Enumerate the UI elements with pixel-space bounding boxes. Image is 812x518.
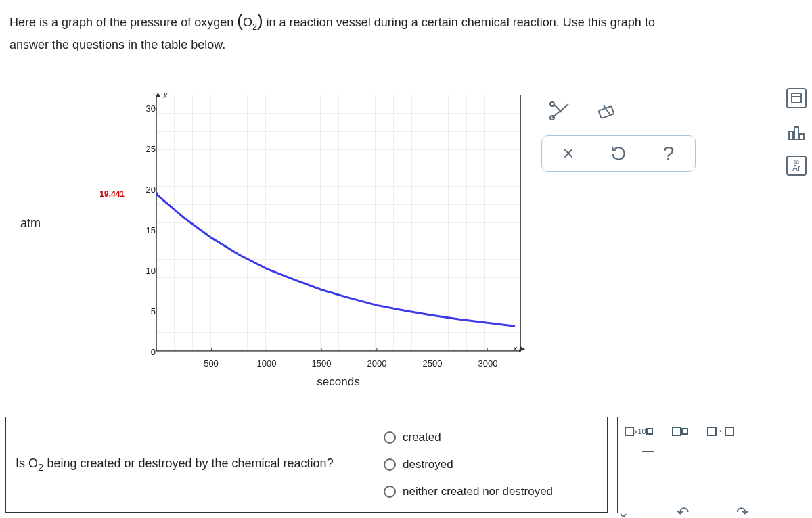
palette-nav: ⌄ ↶ ↷ [617, 504, 748, 518]
radio-icon[interactable] [384, 458, 396, 471]
close-button[interactable]: × [545, 139, 592, 168]
y-tick: 0 [129, 347, 156, 357]
prompt-text: answer the questions in the table below. [9, 38, 225, 51]
o2-formula: O2 [28, 456, 43, 470]
y-tick: 5 [129, 306, 156, 316]
palette-superscript[interactable] [672, 427, 688, 437]
svg-rect-15 [792, 93, 801, 103]
palette-down-icon[interactable]: ⌄ [617, 504, 629, 518]
flask-icon[interactable] [786, 122, 807, 142]
palette-undo-icon[interactable]: ↶ [677, 504, 689, 518]
y-axis-label: atm [20, 216, 41, 231]
y-tick: 20 [129, 185, 156, 195]
action-toolbar: × ? [541, 135, 696, 172]
x-tick: 3000 [478, 358, 498, 369]
prompt-text: Here is a graph of the pressure of oxyge… [9, 16, 237, 29]
svg-rect-13 [599, 106, 614, 118]
cut-tool-icon[interactable] [541, 95, 579, 127]
side-panel: 18Ar [786, 88, 807, 176]
radio-icon[interactable] [384, 486, 396, 498]
y-tick: 15 [129, 225, 156, 235]
chart: atm 0 5 10 15 20 25 30 19.441 ▲ y x ▶ [81, 81, 528, 406]
y-tick: 30 [129, 103, 156, 114]
y-tick: 25 [129, 144, 156, 154]
option-label: destroyed [403, 458, 453, 471]
option-created[interactable]: created [384, 431, 595, 444]
reset-icon [610, 145, 627, 162]
palette-dot[interactable]: · [707, 425, 734, 438]
periodic-table-icon[interactable]: 18Ar [786, 156, 807, 176]
calculator-icon[interactable] [786, 88, 807, 108]
graph-toolbar [541, 95, 625, 127]
palette-fraction[interactable] [642, 450, 654, 454]
palette-redo-icon[interactable]: ↷ [736, 504, 748, 518]
formula-palette: x10 · [617, 417, 807, 513]
plot-area[interactable]: ▲ y x ▶ [156, 95, 521, 352]
x-tick: 2500 [423, 358, 443, 369]
o2-formula: (O2) [237, 16, 263, 29]
x-tick: 1000 [257, 358, 277, 369]
radio-icon[interactable] [384, 431, 396, 444]
x-axis-label: seconds [156, 375, 521, 389]
y-tick: 10 [129, 266, 156, 276]
option-destroyed[interactable]: destroyed [384, 458, 595, 471]
answer-table: Is O2 being created or destroyed by the … [5, 417, 608, 513]
data-curve [156, 95, 520, 351]
question-prompt: Here is a graph of the pressure of oxyge… [0, 0, 812, 54]
prompt-text: in a reaction vessel during a certain ch… [267, 16, 655, 29]
svg-rect-21 [800, 134, 804, 139]
options-cell: created destroyed neither created nor de… [371, 417, 607, 512]
option-label: created [403, 431, 441, 444]
x-tick: 1500 [312, 358, 332, 369]
x-tick: 2000 [367, 358, 387, 369]
option-label: neither created nor destroyed [403, 485, 553, 498]
svg-rect-20 [794, 127, 798, 139]
question-cell: Is O2 being created or destroyed by the … [6, 417, 371, 512]
eraser-tool-icon[interactable] [587, 95, 625, 127]
reset-button[interactable] [595, 139, 642, 168]
close-icon: × [563, 143, 574, 164]
svg-point-12 [550, 102, 554, 106]
palette-sci-notation[interactable]: x10 [625, 427, 653, 437]
svg-rect-19 [789, 131, 793, 139]
y-marker-label: 19.441 [99, 189, 125, 199]
x-tick: 500 [204, 358, 219, 369]
option-neither[interactable]: neither created nor destroyed [384, 485, 595, 498]
help-button[interactable]: ? [645, 139, 692, 168]
help-icon: ? [663, 142, 675, 165]
